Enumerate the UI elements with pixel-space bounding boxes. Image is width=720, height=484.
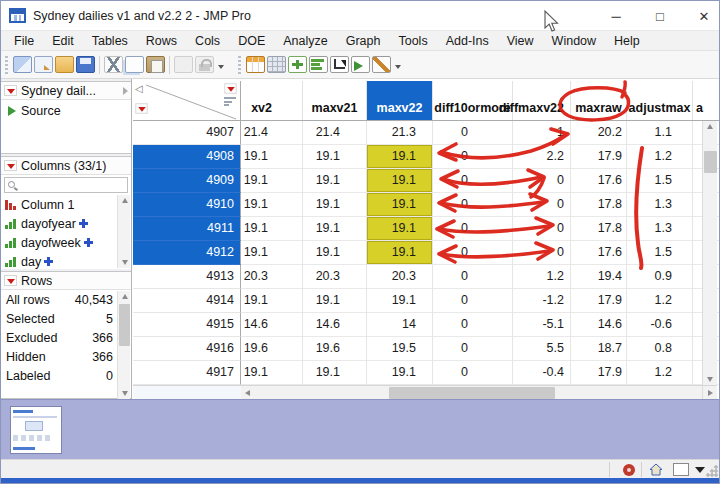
cell-maxv21[interactable]: 19.1 (303, 169, 367, 193)
cell-maxv2[interactable]: 19.1 (241, 193, 303, 217)
cell-adjustmax[interactable]: 0.9 (627, 265, 693, 289)
menu-item-tables[interactable]: Tables (83, 31, 137, 51)
cell-diffmaxv22[interactable]: 0 (513, 169, 571, 193)
cell-maxv22[interactable]: 19.1 (367, 217, 433, 241)
scrollbar-thumb[interactable] (119, 304, 130, 346)
cell-diff10ormore[interactable]: 0 (433, 169, 513, 193)
menu-item-analyze[interactable]: Analyze (274, 31, 336, 51)
menu-item-cols[interactable]: Cols (186, 31, 229, 51)
cell-maxv21[interactable]: 19.1 (303, 241, 367, 265)
cell-adjustmax[interactable]: 1.2 (627, 145, 693, 169)
red-triangle-menu-icon[interactable] (4, 275, 17, 286)
menu-item-edit[interactable]: Edit (43, 31, 83, 51)
cell-maxv22[interactable]: 20.3 (367, 265, 433, 289)
column-header-diffmaxv22[interactable]: diffmaxv22 (513, 81, 571, 120)
rows-stat-selected[interactable]: Selected5 (1, 309, 131, 328)
toolbar-button-copy[interactable] (124, 55, 145, 74)
toolbar-grip[interactable] (238, 56, 241, 74)
cell-maxraw[interactable]: 17.9 (571, 145, 627, 169)
rows-stat-labeled[interactable]: Labeled0 (1, 366, 131, 385)
cell-adjustmax[interactable]: 1.5 (627, 241, 693, 265)
cell-maxv22[interactable]: 19.1 (367, 193, 433, 217)
menu-item-rows[interactable]: Rows (137, 31, 186, 51)
home-icon[interactable] (649, 463, 663, 476)
row-number[interactable]: 4914 (133, 289, 241, 313)
columns-menu-icon[interactable] (224, 83, 236, 93)
cell-adjustmax[interactable]: 0.8 (627, 337, 693, 361)
toolbar-button-selection-disabled[interactable] (173, 55, 194, 74)
toolbar-button-save[interactable] (75, 55, 96, 74)
toolbar-button-open-folder[interactable] (54, 55, 75, 74)
horizontal-scrollbar[interactable] (241, 385, 702, 399)
cell-maxraw[interactable]: 19.4 (571, 265, 627, 289)
cell-diff10ormore[interactable]: 0 (433, 313, 513, 337)
red-triangle-menu-icon[interactable] (4, 160, 17, 171)
scroll-down-icon[interactable] (118, 388, 131, 399)
cell-diffmaxv22[interactable]: 1 (513, 121, 571, 145)
toolbar-button-script-pencil[interactable] (371, 55, 392, 74)
cell-maxv22[interactable]: 14 (367, 313, 433, 337)
menu-item-view[interactable]: View (498, 31, 543, 51)
scroll-left-icon[interactable] (241, 386, 255, 400)
cell-maxv22[interactable]: 19.1 (367, 145, 433, 169)
resize-grip[interactable] (706, 465, 718, 477)
cell-maxv21[interactable]: 19.1 (303, 289, 367, 313)
scroll-down-icon[interactable] (118, 257, 131, 268)
toolbar-button-cut[interactable] (103, 55, 124, 74)
cell-diff10ormore[interactable]: 0 (433, 217, 513, 241)
row-number[interactable]: 4912 (133, 241, 241, 265)
cell-diffmaxv22[interactable]: 5.5 (513, 337, 571, 361)
cell-diffmaxv22[interactable]: 0 (513, 217, 571, 241)
cell-adjustmax[interactable]: -0.6 (627, 313, 693, 337)
cell-maxv2[interactable]: 19.1 (241, 145, 303, 169)
rows-scrollbar[interactable] (117, 291, 130, 399)
toolbar-button-new-window[interactable] (12, 55, 33, 74)
row-number[interactable]: 4913 (133, 265, 241, 289)
toolbar-button-import[interactable] (33, 55, 54, 74)
cell-maxv2[interactable]: 19.1 (241, 217, 303, 241)
cell-maxv2[interactable]: 21.4 (241, 121, 303, 145)
column-header-maxv2[interactable]: xv2 (241, 81, 303, 120)
cell-diffmaxv22[interactable]: 0 (513, 241, 571, 265)
log-error-icon[interactable] (623, 464, 635, 476)
cell-diff10ormore[interactable]: 0 (433, 145, 513, 169)
column-item-dayofyear[interactable]: dayofyear (1, 214, 131, 233)
row-number[interactable]: 4915 (133, 313, 241, 337)
cell-maxraw[interactable]: 17.6 (571, 169, 627, 193)
toolbar-button-assign-arrow[interactable] (350, 55, 371, 74)
dropdown-arrow-icon[interactable] (695, 467, 705, 473)
panel-disclose-icon[interactable] (123, 87, 128, 95)
cell-adjustmax[interactable]: 1.3 (627, 193, 693, 217)
menu-item-window[interactable]: Window (543, 31, 605, 51)
column-header-adjustmax[interactable]: adjustmax (627, 81, 693, 120)
cell-maxraw[interactable]: 14.6 (571, 313, 627, 337)
row-number[interactable]: 4908 (133, 145, 241, 169)
vertical-scrollbar[interactable] (702, 121, 717, 385)
toolbar-button-lock-disabled[interactable] (194, 55, 215, 74)
cell-maxv2[interactable]: 19.1 (241, 361, 303, 385)
cell-adjustmax[interactable]: 1.5 (627, 169, 693, 193)
toolbar-button-bar-chart[interactable] (308, 55, 329, 74)
cell-maxv21[interactable]: 19.1 (303, 361, 367, 385)
cell-adjustmax[interactable]: 1.2 (627, 289, 693, 313)
table-window-thumbnail[interactable] (10, 406, 62, 454)
cell-maxraw[interactable]: 20.2 (571, 121, 627, 145)
row-number[interactable]: 4910 (133, 193, 241, 217)
menu-item-doe[interactable]: DOE (229, 31, 274, 51)
cell-adjustmax[interactable]: 1.3 (627, 217, 693, 241)
cell-maxv21[interactable]: 20.3 (303, 265, 367, 289)
cell-maxv21[interactable]: 19.6 (303, 337, 367, 361)
scroll-down-icon[interactable] (703, 371, 718, 385)
cell-maxraw[interactable]: 17.9 (571, 361, 627, 385)
cell-maxraw[interactable]: 17.8 (571, 193, 627, 217)
cell-maxv2[interactable]: 19.1 (241, 289, 303, 313)
scroll-right-icon[interactable] (702, 385, 717, 399)
scroll-up-icon[interactable] (118, 291, 131, 302)
column-item-dayofweek[interactable]: dayofweek (1, 233, 131, 252)
scrollbar-thumb[interactable] (704, 151, 717, 173)
cell-adjustmax[interactable]: 1.2 (627, 361, 693, 385)
source-item[interactable]: Source (1, 100, 131, 122)
toolbar-button-calculator[interactable] (266, 55, 287, 74)
toolbar-grip[interactable] (5, 56, 8, 74)
column-filter-icon[interactable] (224, 97, 236, 106)
